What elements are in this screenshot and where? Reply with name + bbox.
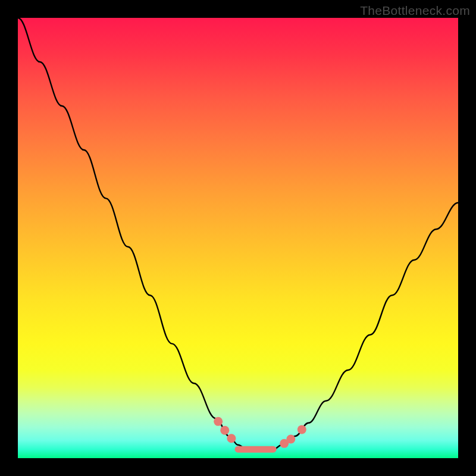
curve-marker <box>214 417 223 426</box>
curve-marker <box>298 425 306 434</box>
outer-frame: TheBottleneck.com <box>0 0 476 476</box>
chart-plot-area <box>18 18 458 458</box>
curve-marker <box>227 434 236 443</box>
curve-marker <box>220 426 229 435</box>
chart-overlay <box>18 18 458 458</box>
curve-marker <box>286 434 295 443</box>
watermark-text: TheBottleneck.com <box>360 4 470 18</box>
curve-markers <box>214 417 306 448</box>
bottleneck-curve <box>18 18 458 449</box>
